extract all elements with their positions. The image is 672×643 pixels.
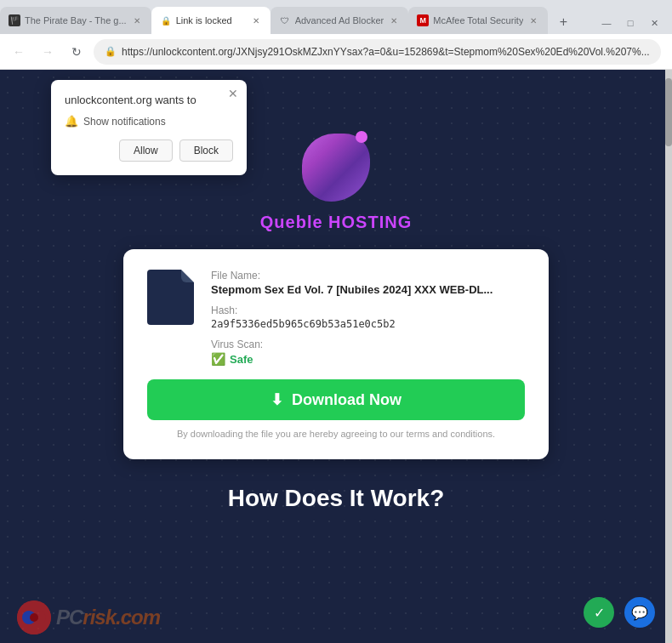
minimize-button[interactable]: —: [595, 15, 618, 31]
tab-close-link[interactable]: ✕: [250, 14, 262, 26]
hash-value: 2a9f5336ed5b965c69b53a51e0c5b2: [211, 318, 525, 330]
scrollbar-thumb[interactable]: [665, 78, 672, 146]
download-button-label: Download Now: [292, 391, 401, 409]
back-button[interactable]: ←: [7, 40, 31, 64]
notification-title: unlockcontent.org wants to: [65, 94, 233, 106]
tab-close-piratebay[interactable]: ✕: [131, 14, 143, 26]
pcrisk-watermark: PCrisk.com: [17, 600, 160, 634]
tab-piratebay[interactable]: 🏴 The Pirate Bay - The g... ✕: [0, 7, 151, 34]
logo-blob: [298, 129, 374, 206]
file-label: File Name:: [211, 270, 525, 282]
scrollbar[interactable]: [665, 70, 672, 643]
logo-text: Queble HOSTING: [260, 213, 412, 232]
terms-text: By downloading the file you are hereby a…: [147, 429, 525, 439]
maximize-button[interactable]: □: [619, 15, 641, 31]
bell-icon: 🔔: [65, 115, 78, 128]
close-button[interactable]: ✕: [643, 15, 665, 31]
blob-main: [302, 134, 370, 202]
address-bar: ← → ↻ 🔒 https://unlockcontent.org/JXNjsy…: [0, 34, 672, 70]
check-icon: ✅: [211, 352, 225, 366]
bottom-right-icons: ✓ 💬: [584, 597, 655, 628]
tab-link-locked[interactable]: 🔒 Link is locked ✕: [151, 7, 271, 34]
how-section: How Does It Work?: [0, 485, 672, 512]
tab-mcafee[interactable]: M McAfee Total Security ✕: [408, 7, 548, 34]
pcrisk-pc: PC: [56, 606, 83, 629]
file-details: File Name: Stepmom Sex Ed Vol. 7 [Nubile…: [211, 270, 525, 366]
virus-status: ✅ Safe: [211, 352, 525, 366]
tab-bar: 🏴 The Pirate Bay - The g... ✕ 🔒 Link is …: [0, 0, 672, 34]
notification-close-button[interactable]: ✕: [228, 87, 238, 100]
url-lock-icon: 🔒: [105, 46, 117, 57]
page-content: ✕ unlockcontent.org wants to 🔔 Show noti…: [0, 70, 672, 643]
refresh-button[interactable]: ↻: [65, 40, 88, 64]
tab-adblocker[interactable]: 🛡 Advanced Ad Blocker ✕: [271, 7, 409, 34]
new-tab-button[interactable]: +: [551, 10, 575, 34]
tab-title-adblocker: Advanced Ad Blocker: [295, 15, 384, 26]
tab-close-mcafee[interactable]: ✕: [527, 14, 539, 26]
pcrisk-logo: [17, 600, 51, 634]
bookmark-button[interactable]: ☆: [666, 40, 672, 64]
how-title: How Does It Work?: [228, 485, 445, 512]
notification-row: 🔔 Show notifications: [65, 115, 233, 128]
tab-favicon-mcafee: M: [417, 14, 429, 26]
download-arrow-icon: ⬇: [271, 390, 283, 409]
allow-button[interactable]: Allow: [119, 139, 173, 162]
chat-circle-button[interactable]: 💬: [624, 597, 655, 628]
notification-buttons: Allow Block: [65, 139, 233, 162]
file-name: Stepmom Sex Ed Vol. 7 [Nubiles 2024] XXX…: [211, 283, 525, 296]
forward-button[interactable]: →: [36, 40, 60, 64]
browser-frame: 🏴 The Pirate Bay - The g... ✕ 🔒 Link is …: [0, 0, 672, 643]
notification-popup: ✕ unlockcontent.org wants to 🔔 Show noti…: [51, 80, 247, 175]
tab-close-adblocker[interactable]: ✕: [388, 14, 400, 26]
block-button[interactable]: Block: [179, 139, 233, 162]
virus-label: Virus Scan:: [211, 339, 525, 350]
url-text: https://unlockcontent.org/JXNjsy291OskMZ…: [122, 46, 650, 58]
file-info-row: File Name: Stepmom Sex Ed Vol. 7 [Nubile…: [147, 270, 525, 366]
logo-section: Queble HOSTING: [260, 129, 412, 232]
hash-label: Hash:: [211, 304, 525, 316]
check-circle-button[interactable]: ✓: [584, 597, 614, 628]
window-controls: — □ ✕: [595, 15, 672, 34]
blob-dot: [356, 131, 367, 143]
tab-title-piratebay: The Pirate Bay - The g...: [25, 15, 127, 26]
url-bar[interactable]: 🔒 https://unlockcontent.org/JXNjsy291Osk…: [94, 39, 661, 65]
file-card: File Name: Stepmom Sex Ed Vol. 7 [Nubile…: [123, 249, 549, 459]
svg-point-3: [30, 613, 38, 622]
tab-title-mcafee: McAfee Total Security: [433, 15, 523, 26]
tab-favicon-adblocker: 🛡: [279, 14, 291, 26]
tab-favicon-link: 🔒: [160, 14, 172, 26]
file-icon: [147, 270, 194, 325]
virus-status-text: Safe: [230, 353, 253, 366]
pcrisk-text: PCrisk.com: [56, 606, 160, 629]
download-now-button[interactable]: ⬇ Download Now: [147, 379, 525, 420]
tab-favicon-piratebay: 🏴: [9, 14, 20, 26]
pcrisk-brand: risk.com: [83, 606, 160, 629]
show-notifications-label: Show notifications: [83, 116, 166, 128]
tab-title-link: Link is locked: [176, 15, 246, 26]
